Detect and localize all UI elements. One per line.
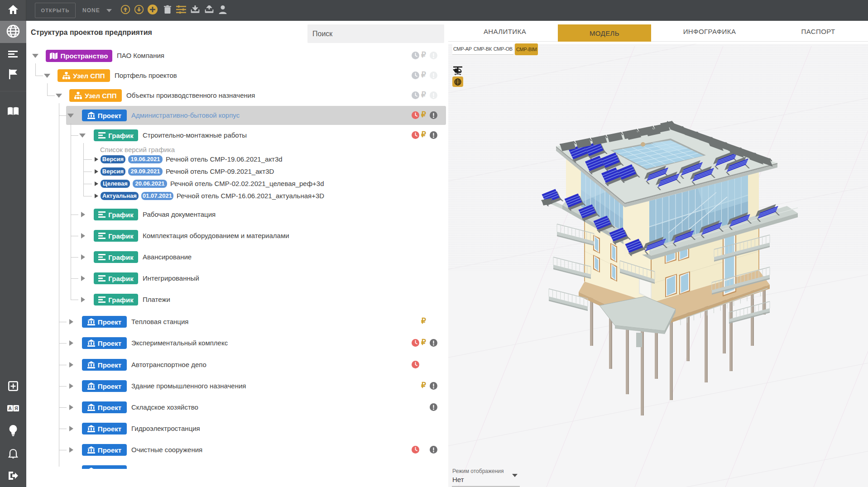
svg-text:Я: Я (14, 406, 18, 411)
svg-text:A: A (9, 406, 12, 411)
